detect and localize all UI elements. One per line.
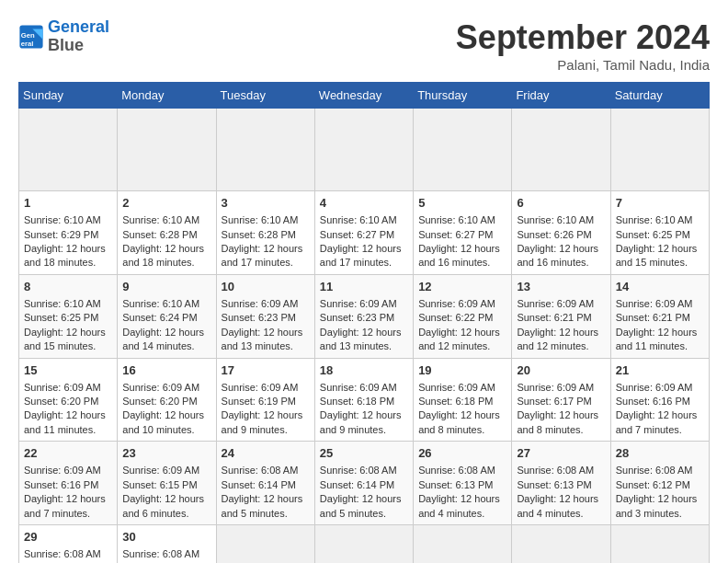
day-number: 4 <box>320 195 408 212</box>
day-info: Sunset: 6:16 PM <box>616 395 704 408</box>
day-info: Daylight: 12 hours <box>418 326 506 339</box>
title-block: September 2024 Palani, Tamil Nadu, India <box>456 18 710 73</box>
logo: Gen eral GeneralBlue <box>18 18 109 55</box>
day-number: 3 <box>222 195 310 212</box>
day-number: 21 <box>616 362 704 379</box>
calendar-cell: 18Sunrise: 6:09 AMSunset: 6:18 PMDayligh… <box>314 358 413 442</box>
calendar-cell: 26Sunrise: 6:08 AMSunset: 6:13 PMDayligh… <box>414 442 512 525</box>
day-info: Sunrise: 6:09 AM <box>24 381 112 395</box>
calendar-cell <box>118 109 216 191</box>
day-info: Sunrise: 6:10 AM <box>122 213 210 227</box>
day-info: Sunset: 6:20 PM <box>24 395 112 408</box>
day-info: Sunrise: 6:09 AM <box>616 297 704 311</box>
day-info: Sunrise: 6:08 AM <box>418 464 506 477</box>
day-info: Daylight: 12 hours <box>222 492 310 506</box>
day-info: Sunrise: 6:10 AM <box>320 213 408 227</box>
calendar-cell: 28Sunrise: 6:08 AMSunset: 6:12 PMDayligh… <box>610 442 709 525</box>
page-header: Gen eral GeneralBlue September 2024 Pala… <box>18 18 710 73</box>
day-info: and 17 minutes. <box>320 256 408 270</box>
day-info: Daylight: 12 hours <box>418 242 506 256</box>
day-info: and 5 minutes. <box>222 507 310 521</box>
day-number: 8 <box>24 279 112 295</box>
day-info: Daylight: 12 hours <box>418 408 506 422</box>
day-info: and 10 minutes. <box>122 423 210 437</box>
calendar-cell: 19Sunrise: 6:09 AMSunset: 6:18 PMDayligh… <box>414 358 512 442</box>
calendar-cell: 9Sunrise: 6:10 AMSunset: 6:24 PMDaylight… <box>118 274 216 358</box>
day-number: 23 <box>122 445 210 462</box>
day-header-monday: Monday <box>118 83 216 109</box>
day-info: Sunset: 6:14 PM <box>222 478 310 492</box>
day-number: 1 <box>24 195 112 212</box>
day-info: Daylight: 12 hours <box>320 492 408 506</box>
day-info: Daylight: 12 hours <box>320 326 408 339</box>
month-title: September 2024 <box>456 18 710 57</box>
day-info: Daylight: 12 hours <box>122 408 210 422</box>
day-header-thursday: Thursday <box>414 83 512 109</box>
day-info: and 12 minutes. <box>418 339 506 353</box>
day-info: Sunset: 6:24 PM <box>122 311 210 325</box>
day-info: Daylight: 12 hours <box>616 326 704 339</box>
calendar-cell <box>314 525 413 564</box>
day-info: Daylight: 12 hours <box>222 242 310 256</box>
calendar-cell: 5Sunrise: 6:10 AMSunset: 6:27 PMDaylight… <box>414 191 512 275</box>
day-info: Sunrise: 6:09 AM <box>320 381 408 395</box>
day-info: Sunrise: 6:09 AM <box>616 381 704 395</box>
day-info: Sunset: 6:25 PM <box>616 228 704 242</box>
calendar-cell <box>610 109 709 191</box>
day-info: Sunset: 6:25 PM <box>24 311 112 325</box>
day-number: 7 <box>616 195 704 212</box>
day-info: and 18 minutes. <box>122 256 210 270</box>
calendar-cell: 15Sunrise: 6:09 AMSunset: 6:20 PMDayligh… <box>19 358 118 442</box>
day-info: and 4 minutes. <box>418 507 506 521</box>
day-info: and 5 minutes. <box>320 507 408 521</box>
calendar-cell: 23Sunrise: 6:09 AMSunset: 6:15 PMDayligh… <box>118 442 216 525</box>
logo-icon: Gen eral <box>18 24 44 50</box>
calendar-cell: 14Sunrise: 6:09 AMSunset: 6:21 PMDayligh… <box>610 274 709 358</box>
calendar-cell: 4Sunrise: 6:10 AMSunset: 6:27 PMDaylight… <box>314 191 413 275</box>
day-info: Daylight: 12 hours <box>24 492 112 506</box>
calendar-cell <box>19 109 118 191</box>
day-info: and 8 minutes. <box>517 423 605 437</box>
day-info: Sunrise: 6:10 AM <box>24 213 112 227</box>
day-info: and 17 minutes. <box>222 256 310 270</box>
day-info: Sunrise: 6:09 AM <box>517 297 605 311</box>
day-number: 26 <box>418 445 506 462</box>
day-info: and 7 minutes. <box>24 507 112 521</box>
calendar-header-row: SundayMondayTuesdayWednesdayThursdayFrid… <box>19 83 710 109</box>
day-info: Sunset: 6:21 PM <box>616 311 704 325</box>
day-number: 17 <box>222 362 310 379</box>
day-info: Sunset: 6:18 PM <box>418 395 506 408</box>
calendar-week-4: 22Sunrise: 6:09 AMSunset: 6:16 PMDayligh… <box>19 442 710 525</box>
day-info: Sunrise: 6:10 AM <box>222 213 310 227</box>
calendar-cell: 1Sunrise: 6:10 AMSunset: 6:29 PMDaylight… <box>19 191 118 275</box>
day-number: 28 <box>616 445 704 462</box>
calendar-cell <box>414 525 512 564</box>
day-info: Sunrise: 6:08 AM <box>320 464 408 477</box>
day-info: Sunrise: 6:10 AM <box>517 213 605 227</box>
calendar-cell <box>314 109 413 191</box>
day-info: Daylight: 12 hours <box>418 492 506 506</box>
day-info: Sunset: 6:29 PM <box>24 228 112 242</box>
day-info: Sunset: 6:13 PM <box>418 478 506 492</box>
day-info: and 7 minutes. <box>616 423 704 437</box>
day-info: and 9 minutes. <box>320 423 408 437</box>
day-number: 6 <box>517 195 605 212</box>
calendar-cell: 22Sunrise: 6:09 AMSunset: 6:16 PMDayligh… <box>19 442 118 525</box>
day-info: Daylight: 12 hours <box>24 242 112 256</box>
day-info: and 18 minutes. <box>24 256 112 270</box>
location: Palani, Tamil Nadu, India <box>456 57 710 73</box>
day-info: Sunrise: 6:10 AM <box>616 213 704 227</box>
calendar-cell: 2Sunrise: 6:10 AMSunset: 6:28 PMDaylight… <box>118 191 216 275</box>
day-info: Sunset: 6:23 PM <box>320 311 408 325</box>
calendar-cell: 7Sunrise: 6:10 AMSunset: 6:25 PMDaylight… <box>610 191 709 275</box>
day-info: Sunrise: 6:08 AM <box>616 464 704 477</box>
day-number: 30 <box>122 529 210 546</box>
calendar-cell <box>610 525 709 564</box>
calendar-cell: 24Sunrise: 6:08 AMSunset: 6:14 PMDayligh… <box>216 442 314 525</box>
day-info: Sunrise: 6:09 AM <box>517 381 605 395</box>
day-info: Sunrise: 6:09 AM <box>418 381 506 395</box>
day-number: 25 <box>320 445 408 462</box>
day-number: 5 <box>418 195 506 212</box>
day-info: Daylight: 12 hours <box>320 242 408 256</box>
day-info: Sunset: 6:19 PM <box>222 395 310 408</box>
